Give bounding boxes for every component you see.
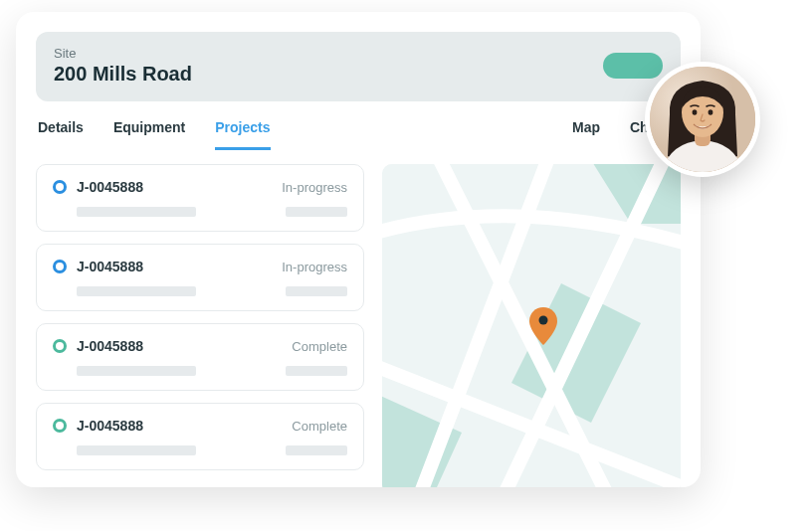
site-card: Site 200 Mills Road Details Equipment Pr…: [16, 12, 701, 487]
tab-projects[interactable]: Projects: [215, 119, 270, 150]
placeholder-line: [77, 445, 196, 455]
map-pin-icon: [529, 307, 557, 345]
placeholder-line: [286, 445, 347, 455]
project-id: J-0045888: [77, 338, 143, 354]
project-card[interactable]: J-0045888 Complete: [36, 403, 364, 470]
project-status: Complete: [292, 419, 347, 434]
map-panel[interactable]: [382, 164, 681, 487]
user-avatar[interactable]: [645, 62, 760, 177]
placeholder-line: [77, 366, 196, 376]
placeholder-line: [77, 286, 196, 296]
tabs: Details Equipment Projects Map Chatter: [16, 101, 701, 150]
project-id: J-0045888: [77, 418, 143, 434]
project-status: Complete: [292, 339, 347, 354]
site-title: 200 Mills Road: [54, 63, 192, 86]
project-id: J-0045888: [77, 179, 143, 195]
project-status: In-progress: [282, 260, 347, 274]
project-card[interactable]: J-0045888 In-progress: [36, 164, 364, 232]
avatar-image: [650, 67, 755, 172]
site-header-text: Site 200 Mills Road: [54, 46, 192, 86]
site-label: Site: [54, 46, 192, 61]
status-indicator-icon: [53, 260, 67, 273]
placeholder-line: [77, 207, 196, 217]
project-card[interactable]: J-0045888 In-progress: [36, 244, 364, 311]
status-indicator-icon: [53, 339, 67, 353]
status-indicator-icon: [53, 180, 67, 194]
tab-map[interactable]: Map: [572, 119, 600, 150]
tab-equipment[interactable]: Equipment: [113, 119, 185, 150]
project-list: J-0045888 In-progress J-0045888 In-progr…: [36, 164, 364, 487]
project-status: In-progress: [282, 180, 347, 195]
status-indicator-icon: [53, 419, 67, 433]
site-header: Site 200 Mills Road: [36, 32, 681, 101]
svg-point-9: [709, 109, 713, 115]
project-id: J-0045888: [77, 259, 143, 274]
placeholder-line: [286, 286, 347, 296]
tab-details[interactable]: Details: [38, 119, 84, 150]
content-area: J-0045888 In-progress J-0045888 In-progr…: [16, 150, 701, 487]
placeholder-line: [286, 366, 347, 376]
status-toggle[interactable]: [603, 53, 663, 79]
svg-point-8: [693, 109, 698, 115]
svg-point-4: [539, 316, 548, 325]
placeholder-line: [286, 207, 347, 217]
project-card[interactable]: J-0045888 Complete: [36, 323, 364, 391]
